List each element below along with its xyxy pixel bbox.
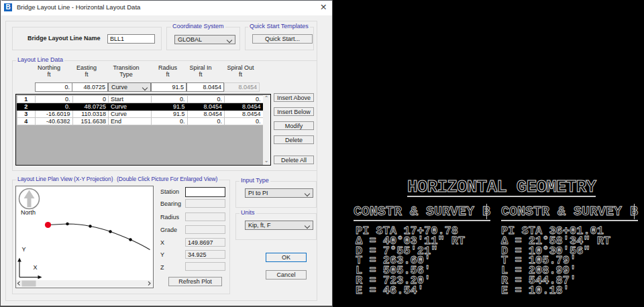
svg-text:X: X — [34, 264, 38, 271]
svg-text:Y: Y — [22, 246, 26, 253]
svg-text:North: North — [21, 209, 36, 216]
